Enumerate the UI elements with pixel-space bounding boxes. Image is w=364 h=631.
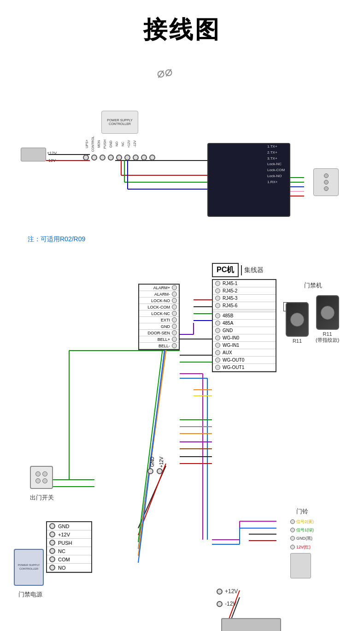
- hub-row-rj45-3: RJ45-3: [213, 295, 276, 302]
- svg-line-52: [138, 466, 166, 528]
- power-row-gnd: GND: [47, 522, 91, 530]
- terminal-row-bell-minus: BELL-: [139, 343, 179, 349]
- hub-row-wg-out0: WG-OUT0: [213, 357, 276, 364]
- power-row-com: COM: [47, 555, 91, 564]
- r11-label-2: R11(带指纹款): [316, 331, 339, 344]
- bell-label: 门铃: [290, 507, 314, 516]
- bell-device-img: [290, 553, 311, 578]
- hub-row-rj45-6: RJ45-6: [213, 302, 276, 310]
- terminal-row-alarm-plus: ALARM+: [139, 285, 179, 291]
- power-supply-label: 门禁电源: [18, 590, 42, 599]
- magnetic-lock-top-labels: +12V -12V: [47, 149, 57, 164]
- pc-box: PC机: [212, 263, 239, 277]
- power-row-plus12v: +12V: [47, 530, 91, 539]
- svg-line-57: [138, 339, 166, 563]
- terminal-row-lock-com: LOCK-COM: [139, 304, 179, 310]
- r11-label-1: R11: [293, 338, 302, 344]
- hub-row-rj45-2: RJ45-2: [213, 287, 276, 295]
- power-supply-box: POWER SUPPLY CONTROLLER: [14, 549, 44, 586]
- terminal-row-gnd: GND: [139, 323, 179, 330]
- reader-device-top: [313, 168, 339, 196]
- paperclip-icon: ⌀⌀: [155, 63, 173, 81]
- terminal-labels-top: UPS+ CONTROL MON PUSH GND NO NC +12V -12…: [85, 136, 136, 152]
- page-title: 接线图: [0, 0, 364, 55]
- power-row-no: NO: [47, 564, 91, 572]
- terminal-row-door-sen: DOOR-SEN: [139, 330, 179, 336]
- magnetic-lock-top: [21, 148, 46, 161]
- power-controller-box-top: POWER SUPPLY CONTROLLER: [101, 111, 138, 134]
- power-row-push: PUSH: [47, 539, 91, 547]
- voltage-terminals: +12V -12V: [217, 586, 238, 611]
- terminal-row-lock-nc: LOCK-NC: [139, 310, 179, 317]
- svg-line-56: [138, 334, 168, 556]
- hub-row-485a: 485A: [213, 320, 276, 327]
- terminal-row-exti: EXTI: [139, 317, 179, 323]
- bell-signals: 信号2(黄) 信号1(绿) GND(黑) 12V(红): [290, 518, 314, 551]
- svg-line-54: [138, 341, 164, 542]
- terminal-row-alarm-minus: ALARM-: [139, 291, 179, 298]
- magnetic-lock-bottom: [221, 618, 281, 631]
- hub-row-wg-out1: WG-OUT1: [213, 364, 276, 371]
- pc-hub-header: PC机 集线器: [212, 263, 264, 277]
- note-top: 注：可适用R02/R09: [28, 235, 85, 244]
- access-machine-label: 门禁机: [304, 281, 322, 290]
- board-right-labels: 1.TX+ 2.TX+ 3.TX+ Lock-NC Lock-COM Lock-…: [267, 144, 285, 185]
- bottom-section: PC机 集线器 RJ45-1 RJ45-2 RJ45-3 RJ45-6 485B…: [0, 254, 364, 631]
- terminal-row-bell-plus: BELL+: [139, 336, 179, 343]
- r11-devices-area: R11 R11(带指纹款): [286, 295, 339, 344]
- svg-line-55: [138, 346, 166, 549]
- gnd-terminal-bottom: [147, 468, 153, 474]
- bell-area: 门铃 信号2(黄) 信号1(绿) GND(黑) 12V(红): [290, 507, 314, 578]
- terminal-row-lock-no: LOCK-NO: [139, 298, 179, 304]
- terminal-circles-top: [83, 155, 155, 161]
- hub-terminal-block: RJ45-1 RJ45-2 RJ45-3 RJ45-6 485B 485A GN…: [212, 279, 276, 372]
- r11-device-1: R11: [286, 302, 309, 344]
- gnd-label-terminal: GND: [150, 457, 155, 467]
- exit-switch: [30, 466, 53, 489]
- hub-row-rj45-1: RJ45-1: [213, 280, 276, 287]
- power-terminal-block: GND +12V PUSH NC COM NO: [46, 521, 92, 573]
- plus12v-label-terminal: +12V: [159, 457, 164, 468]
- main-terminal-block: ALARM+ ALARM- LOCK-NO LOCK-COM LOCK-NC E…: [138, 284, 180, 350]
- top-section: ⌀⌀ POWER SUPPLY CONTROLLER UPS+ CONTROL …: [0, 55, 364, 249]
- hub-row-wg-in1: WG-IN1: [213, 342, 276, 349]
- hub-row-aux: AUX: [213, 349, 276, 357]
- r11-device-2: R11(带指纹款): [316, 295, 339, 344]
- plus12v-terminal-bottom: [157, 468, 163, 474]
- hub-row-wg-in0: WG-IN0: [213, 334, 276, 342]
- svg-line-53: [138, 464, 166, 535]
- exit-switch-label: 出门开关: [30, 494, 54, 502]
- power-row-nc: NC: [47, 547, 91, 555]
- hub-row-gnd: GND: [213, 327, 276, 334]
- hub-label: 集线器: [244, 266, 264, 274]
- hub-row-485b: 485B: [213, 312, 276, 320]
